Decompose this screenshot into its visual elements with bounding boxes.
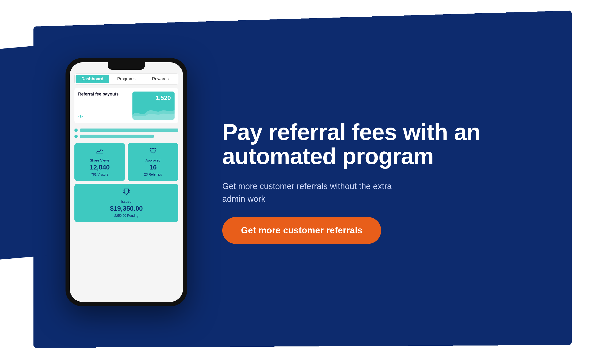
chart-value: 1,520 <box>156 94 171 102</box>
trophy-icon <box>122 188 130 197</box>
eye-icon: 👁 <box>78 114 130 120</box>
issued-sub: $250.00 Pendng <box>115 214 139 217</box>
list-bar-1 <box>80 129 178 132</box>
issued-value: $19,350.00 <box>110 205 143 212</box>
right-content: Pay referral fees with an automated prog… <box>222 120 540 244</box>
phone-notch <box>108 62 145 70</box>
approved-value: 16 <box>149 164 157 171</box>
chart-line-icon <box>96 148 103 156</box>
list-dot-2 <box>74 135 78 138</box>
list-bar-2 <box>80 135 154 138</box>
sub-headline: Get more customer referrals without the … <box>222 180 409 205</box>
phone-mockup: Dashboard Programs Rewards Referral fee … <box>66 58 187 306</box>
cta-button[interactable]: Get more customer referrals <box>222 217 381 244</box>
stat-issued: Issued $19,350.00 $250.00 Pendng <box>74 184 178 222</box>
content-wrapper: Dashboard Programs Rewards Referral fee … <box>30 39 569 325</box>
share-views-sub: 781 Visitors <box>91 173 108 176</box>
list-item-1 <box>74 129 178 132</box>
list-item-2 <box>74 135 178 138</box>
list-dot-1 <box>74 129 78 132</box>
share-views-value: 12,840 <box>90 164 110 171</box>
approved-label: Approved <box>146 158 160 162</box>
tab-programs[interactable]: Programs <box>109 75 143 83</box>
phone-inner: Dashboard Programs Rewards Referral fee … <box>70 62 183 302</box>
share-views-label: Share Views <box>90 158 109 162</box>
tab-bar: Dashboard Programs Rewards <box>74 73 178 85</box>
list-section <box>74 127 178 140</box>
phone-screen: Dashboard Programs Rewards Referral fee … <box>70 62 183 302</box>
issued-label: Issued <box>121 199 132 204</box>
referral-card-left: Referral fee payouts 👁 <box>78 91 130 120</box>
approved-sub: 23 Referrals <box>144 173 162 176</box>
main-headline: Pay referral fees with an automated prog… <box>222 120 540 168</box>
tab-dashboard[interactable]: Dashboard <box>76 75 109 83</box>
stat-approved: Approved 16 23 Referrals <box>128 143 178 181</box>
tab-rewards[interactable]: Rewards <box>144 75 177 83</box>
stats-grid: Share Views 12,840 781 Visitors <box>74 143 178 222</box>
referral-card: Referral fee payouts 👁 1,520 <box>74 88 178 123</box>
stat-share-views: Share Views 12,840 781 Visitors <box>74 143 125 181</box>
referral-card-title: Referral fee payouts <box>78 91 130 97</box>
heart-icon <box>150 148 157 156</box>
phone-container: Dashboard Programs Rewards Referral fee … <box>59 58 194 306</box>
chart-wave-svg <box>132 100 175 120</box>
referral-chart: 1,520 <box>132 91 175 120</box>
page-container: Dashboard Programs Rewards Referral fee … <box>0 0 599 364</box>
